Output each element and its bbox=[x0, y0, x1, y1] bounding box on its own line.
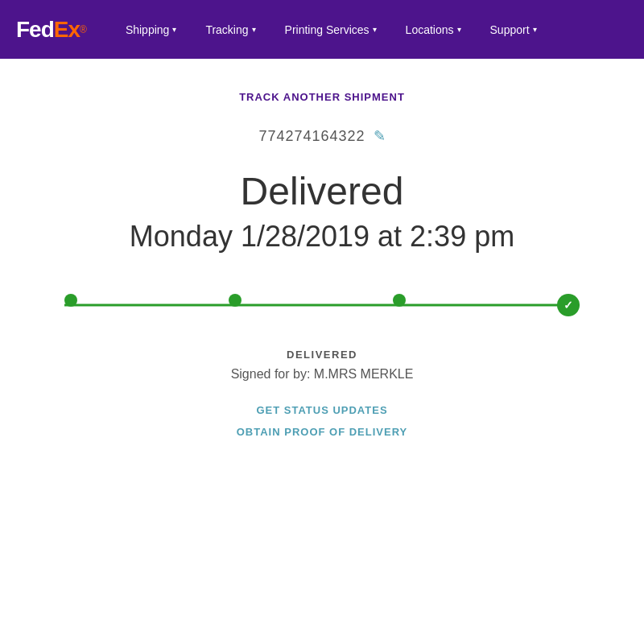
logo-dot: ® bbox=[80, 24, 87, 35]
delivery-info: DELIVERED Signed for by: M.MRS MERKLE GE… bbox=[231, 349, 414, 441]
progress-dot-3 bbox=[393, 294, 406, 307]
progress-dot-2 bbox=[229, 294, 242, 307]
shipping-label: Shipping bbox=[126, 23, 170, 36]
fedex-logo[interactable]: FedEx® bbox=[16, 17, 87, 43]
get-status-updates-link[interactable]: GET STATUS UPDATES bbox=[256, 404, 387, 416]
progress-bar: ✓ bbox=[64, 294, 580, 316]
nav-menu: Shipping ▾ Tracking ▾ Printing Services … bbox=[111, 0, 628, 59]
obtain-proof-link[interactable]: OBTAIN PROOF OF DELIVERY bbox=[237, 426, 408, 438]
delivery-status: Delivered bbox=[241, 169, 404, 213]
logo-ex-text: Ex bbox=[54, 17, 80, 43]
chevron-down-icon: ▾ bbox=[373, 25, 377, 34]
nav-item-support[interactable]: Support ▾ bbox=[476, 0, 551, 59]
chevron-down-icon: ▾ bbox=[533, 25, 537, 34]
progress-dots: ✓ bbox=[64, 294, 580, 316]
progress-dot-check: ✓ bbox=[557, 294, 580, 316]
delivery-date: Monday 1/28/2019 at 2:39 pm bbox=[130, 220, 514, 254]
chevron-down-icon: ▾ bbox=[457, 25, 461, 34]
support-label: Support bbox=[490, 23, 530, 36]
main-content: TRACK ANOTHER SHIPMENT 774274164322 ✎ De… bbox=[0, 59, 644, 473]
nav-item-tracking[interactable]: Tracking ▾ bbox=[191, 0, 270, 59]
progress-dot-1 bbox=[64, 294, 77, 307]
tracking-label: Tracking bbox=[205, 23, 248, 36]
logo-fed-text: Fed bbox=[16, 17, 54, 43]
printing-services-label: Printing Services bbox=[285, 23, 369, 36]
chevron-down-icon: ▾ bbox=[252, 25, 256, 34]
nav-item-locations[interactable]: Locations ▾ bbox=[391, 0, 476, 59]
chevron-down-icon: ▾ bbox=[172, 25, 176, 34]
track-another-link[interactable]: TRACK ANOTHER SHIPMENT bbox=[239, 91, 405, 103]
tracking-number-row: 774274164322 ✎ bbox=[258, 127, 385, 145]
locations-label: Locations bbox=[406, 23, 454, 36]
signed-by: Signed for by: M.MRS MERKLE bbox=[231, 367, 414, 382]
tracking-number: 774274164322 bbox=[258, 128, 365, 145]
nav-item-printing-services[interactable]: Printing Services ▾ bbox=[270, 0, 391, 59]
edit-icon[interactable]: ✎ bbox=[374, 127, 386, 145]
delivered-label: DELIVERED bbox=[287, 349, 357, 361]
nav-item-shipping[interactable]: Shipping ▾ bbox=[111, 0, 192, 59]
navbar: FedEx® Shipping ▾ Tracking ▾ Printing Se… bbox=[0, 0, 644, 59]
